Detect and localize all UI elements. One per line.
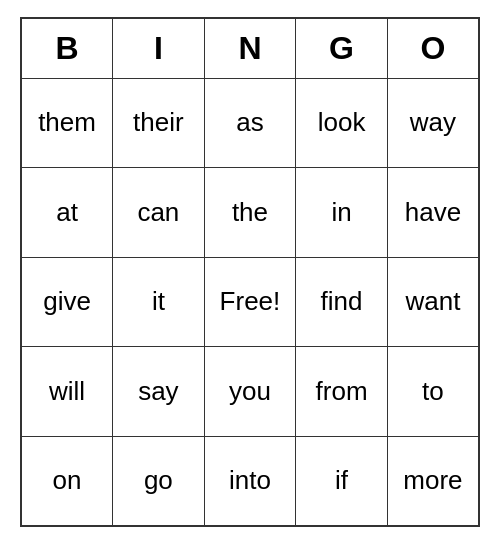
table-row: themtheiraslookway [21, 78, 479, 168]
cell-r0-c2: as [204, 78, 296, 168]
col-b: B [21, 18, 113, 78]
cell-r1-c3: in [296, 168, 388, 258]
col-n: N [204, 18, 296, 78]
cell-r2-c3: find [296, 257, 388, 347]
cell-r0-c4: way [387, 78, 479, 168]
cell-r4-c2: into [204, 436, 296, 526]
cell-r0-c0: them [21, 78, 113, 168]
cell-r3-c4: to [387, 347, 479, 437]
cell-r2-c2: Free! [204, 257, 296, 347]
cell-r2-c4: want [387, 257, 479, 347]
header-row: B I N G O [21, 18, 479, 78]
cell-r1-c0: at [21, 168, 113, 258]
table-row: willsayyoufromto [21, 347, 479, 437]
cell-r1-c1: can [113, 168, 205, 258]
bingo-body: themtheiraslookwayatcantheinhavegiveitFr… [21, 78, 479, 526]
col-o: O [387, 18, 479, 78]
cell-r4-c4: more [387, 436, 479, 526]
cell-r3-c0: will [21, 347, 113, 437]
cell-r4-c0: on [21, 436, 113, 526]
cell-r1-c4: have [387, 168, 479, 258]
col-i: I [113, 18, 205, 78]
table-row: atcantheinhave [21, 168, 479, 258]
cell-r0-c1: their [113, 78, 205, 168]
cell-r3-c1: say [113, 347, 205, 437]
cell-r2-c0: give [21, 257, 113, 347]
col-g: G [296, 18, 388, 78]
table-row: ongointoifmore [21, 436, 479, 526]
cell-r1-c2: the [204, 168, 296, 258]
table-row: giveitFree!findwant [21, 257, 479, 347]
cell-r3-c3: from [296, 347, 388, 437]
cell-r4-c3: if [296, 436, 388, 526]
bingo-card: B I N G O themtheiraslookwayatcantheinha… [20, 17, 480, 527]
cell-r0-c3: look [296, 78, 388, 168]
cell-r2-c1: it [113, 257, 205, 347]
cell-r3-c2: you [204, 347, 296, 437]
cell-r4-c1: go [113, 436, 205, 526]
